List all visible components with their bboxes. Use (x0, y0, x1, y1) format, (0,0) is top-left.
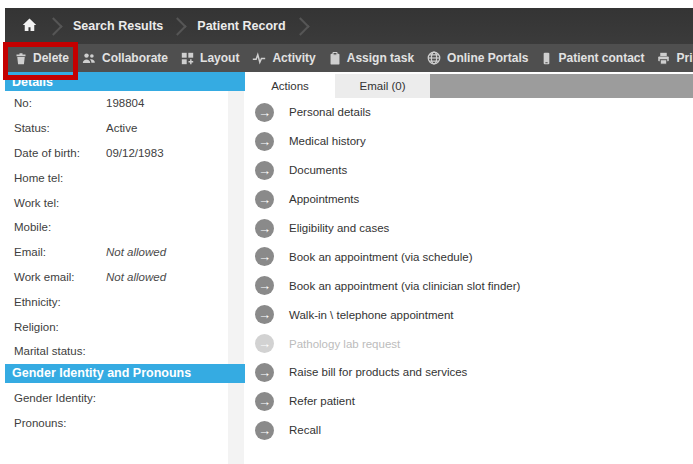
grid-layout-icon (181, 52, 194, 65)
home-button[interactable] (15, 14, 43, 38)
tab-actions-label: Actions (271, 80, 309, 92)
arrow-right-circle-icon: → (255, 247, 274, 266)
action-personal-details[interactable]: → Personal details (245, 98, 693, 127)
action-label: Pathology lab request (289, 338, 400, 350)
field-label: Work email: (14, 271, 106, 283)
chevron-right-icon (291, 17, 309, 35)
action-book-appointment-schedule[interactable]: → Book an appointment (via schedule) (245, 242, 693, 271)
field-label: Email: (14, 246, 106, 258)
action-medical-history[interactable]: → Medical history (245, 127, 693, 156)
assign-task-label: Assign task (347, 51, 414, 65)
pulse-icon (252, 52, 266, 65)
action-raise-bill[interactable]: → Raise bill for products and services (245, 358, 693, 387)
action-label: Refer patient (289, 395, 355, 407)
field-label: Status: (14, 122, 106, 134)
people-icon (82, 52, 96, 65)
action-appointments[interactable]: → Appointments (245, 185, 693, 214)
field-row-marital-status: Marital status: (5, 339, 245, 364)
action-recall[interactable]: → Recall (245, 416, 693, 445)
field-row-status: Status: Active (5, 116, 245, 141)
arrow-right-circle-icon: → (255, 421, 274, 440)
field-row-email: Email: Not allowed (5, 240, 245, 265)
chevron-right-icon (169, 17, 187, 35)
action-documents[interactable]: → Documents (245, 156, 693, 185)
action-label: Personal details (289, 106, 371, 118)
patient-toolbar: Delete Collaborate Layout Activity Assig… (5, 44, 693, 72)
field-label: Marital status: (14, 345, 106, 357)
arrow-right-circle-icon: → (255, 161, 274, 180)
action-label: Recall (289, 424, 321, 436)
arrow-right-circle-icon: → (255, 219, 274, 238)
trash-icon (15, 52, 27, 65)
action-label: Book an appointment (via schedule) (289, 251, 472, 263)
delete-button[interactable]: Delete (15, 51, 69, 65)
field-label: No: (14, 97, 106, 109)
action-label: Book an appointment (via clinician slot … (289, 280, 520, 292)
arrow-right-circle-icon: → (255, 334, 274, 353)
printer-icon (657, 52, 670, 65)
print-label-label: Print label (676, 51, 693, 65)
online-portals-button[interactable]: Online Portals (427, 51, 528, 65)
field-value: 09/12/1983 (106, 147, 245, 159)
tab-email[interactable]: Email (0) (335, 74, 430, 98)
breadcrumb-item-search-results[interactable]: Search Results (69, 19, 167, 33)
field-label: Pronouns: (14, 417, 124, 429)
field-row-gender-identity: Gender Identity: (5, 386, 245, 411)
field-row-home-tel: Home tel: (5, 165, 245, 190)
action-list: → Personal details → Medical history → D… (245, 98, 693, 445)
field-row-no: No: 198804 (5, 91, 245, 116)
gender-identity-section-title: Gender Identity and Pronouns (12, 366, 191, 380)
globe-icon (427, 51, 441, 65)
patient-record-screen: Search Results Patient Record Delete Col… (0, 0, 693, 464)
action-label: Documents (289, 164, 347, 176)
chevron-right-icon (44, 17, 62, 35)
layout-button[interactable]: Layout (181, 51, 239, 65)
field-value: Not allowed (106, 271, 245, 283)
field-label: Ethnicity: (14, 296, 106, 308)
action-walk-in-telephone-appointment[interactable]: → Walk-in \ telephone appointment (245, 300, 693, 329)
breadcrumb-item-patient-record[interactable]: Patient Record (193, 19, 289, 33)
patient-contact-button[interactable]: Patient contact (541, 51, 644, 65)
details-section-header: Details (5, 72, 245, 91)
activity-button[interactable]: Activity (252, 51, 315, 65)
tab-email-label: Email (0) (359, 80, 405, 92)
arrow-right-circle-icon: → (255, 305, 274, 324)
home-icon (22, 18, 37, 35)
field-label: Home tel: (14, 172, 106, 184)
field-label: Date of birth: (14, 147, 106, 159)
field-row-ethnicity: Ethnicity: (5, 289, 245, 314)
action-label: Eligibility and cases (289, 222, 389, 234)
arrow-right-circle-icon: → (255, 363, 274, 382)
clipboard-icon (329, 52, 341, 65)
action-label: Appointments (289, 193, 359, 205)
field-label: Mobile: (14, 221, 106, 233)
assign-task-button[interactable]: Assign task (329, 51, 414, 65)
collaborate-button[interactable]: Collaborate (82, 51, 168, 65)
arrow-right-circle-icon: → (255, 103, 274, 122)
field-row-work-email: Work email: Not allowed (5, 265, 245, 290)
field-row-mobile: Mobile: (5, 215, 245, 240)
breadcrumb: Search Results Patient Record (5, 8, 693, 44)
field-value: 198804 (106, 97, 245, 109)
field-row-date-of-birth: Date of birth: 09/12/1983 (5, 141, 245, 166)
action-pathology-lab-request: → Pathology lab request (245, 329, 693, 358)
action-book-appointment-clinician-slot-finder[interactable]: → Book an appointment (via clinician slo… (245, 271, 693, 300)
action-eligibility-and-cases[interactable]: → Eligibility and cases (245, 214, 693, 243)
patient-contact-label: Patient contact (558, 51, 644, 65)
actions-tabbar: Actions Email (0) (245, 74, 693, 98)
online-portals-label: Online Portals (447, 51, 528, 65)
action-refer-patient[interactable]: → Refer patient (245, 387, 693, 416)
print-label-button[interactable]: Print label (657, 51, 693, 65)
arrow-right-circle-icon: → (255, 276, 274, 295)
field-label: Gender Identity: (14, 392, 124, 404)
field-value: Not allowed (106, 246, 245, 258)
field-row-pronouns: Pronouns: (5, 411, 245, 436)
action-label: Medical history (289, 135, 366, 147)
field-label: Religion: (14, 321, 106, 333)
arrow-right-circle-icon: → (255, 190, 274, 209)
field-value: Active (106, 122, 245, 134)
delete-label: Delete (33, 51, 69, 65)
mobile-phone-icon (541, 52, 552, 65)
tab-actions[interactable]: Actions (245, 74, 335, 98)
field-row-religion: Religion: (5, 314, 245, 339)
